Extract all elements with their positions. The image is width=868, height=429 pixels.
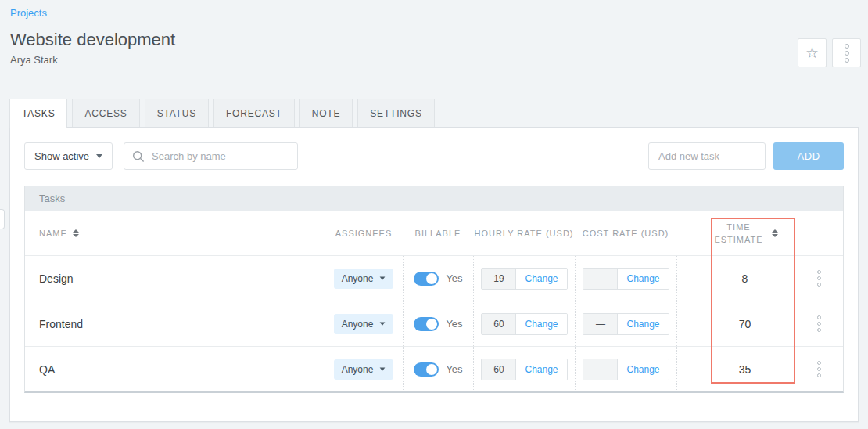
tasks-panel: Show active ADD Tasks NAME ASSIGNEES BIL… <box>9 127 859 422</box>
column-header-assignees: ASSIGNEES <box>325 211 403 255</box>
tab-status[interactable]: STATUS <box>145 99 209 127</box>
hourly-rate-value[interactable]: 19 <box>482 269 516 289</box>
table-row: QA Anyone Yes 60 Change — Ch <box>25 346 843 391</box>
row-menu-button[interactable] <box>794 347 843 391</box>
edge-notch <box>0 209 5 229</box>
page-title: Website development <box>10 30 868 50</box>
tab-forecast[interactable]: FORECAST <box>213 99 295 127</box>
search-icon <box>132 150 145 163</box>
tab-tasks[interactable]: TASKS <box>9 99 67 128</box>
chevron-down-icon <box>380 276 386 279</box>
time-estimate-value: 35 <box>676 347 794 391</box>
search-input[interactable] <box>152 150 289 162</box>
cost-rate-cell: — Change <box>575 347 676 391</box>
add-task-input[interactable] <box>648 142 766 170</box>
project-owner: Arya Stark <box>10 54 868 66</box>
chevron-down-icon <box>380 322 386 325</box>
hourly-rate-change-button[interactable]: Change <box>516 314 566 334</box>
billable-toggle[interactable] <box>414 362 439 377</box>
task-name: Design <box>25 256 325 301</box>
column-header-hourly-rate: HOURLY RATE (USD) <box>473 211 575 255</box>
table-group-header: Tasks <box>25 186 843 211</box>
assignees-cell: Anyone <box>325 347 403 391</box>
tab-access[interactable]: ACCESS <box>72 99 139 127</box>
cost-rate-change-button[interactable]: Change <box>618 359 668 380</box>
billable-toggle[interactable] <box>414 272 439 286</box>
billable-cell: Yes <box>403 256 473 301</box>
sort-icon <box>772 229 778 237</box>
assignees-cell: Anyone <box>325 301 403 346</box>
column-header-name[interactable]: NAME <box>25 211 325 255</box>
add-task-button[interactable]: ADD <box>773 142 844 170</box>
tasks-toolbar: Show active ADD <box>24 142 844 170</box>
cost-rate-value[interactable]: — <box>583 269 618 289</box>
star-icon: ☆ <box>805 45 819 60</box>
billable-toggle[interactable] <box>414 317 439 331</box>
assignees-cell: Anyone <box>325 256 403 301</box>
column-header-time-estimate[interactable]: TIME ESTIMATE <box>676 211 794 255</box>
billable-cell: Yes <box>403 301 473 346</box>
kebab-icon <box>845 44 849 63</box>
project-menu-button[interactable] <box>832 38 861 67</box>
tab-note[interactable]: NOTE <box>299 99 353 127</box>
sort-icon <box>73 229 79 237</box>
chevron-down-icon <box>96 154 102 158</box>
tab-bar: TASKS ACCESS STATUS FORECAST NOTE SETTIN… <box>9 99 868 127</box>
cost-rate-change-button[interactable]: Change <box>618 314 668 334</box>
hourly-rate-change-button[interactable]: Change <box>516 359 566 380</box>
table-row: Frontend Anyone Yes 60 Change — <box>25 301 843 346</box>
toolbar-right: ADD <box>648 142 844 170</box>
kebab-icon <box>817 270 821 287</box>
hourly-rate-cell: 60 Change <box>473 347 575 391</box>
breadcrumb-projects-link[interactable]: Projects <box>10 7 47 19</box>
cost-rate-value[interactable]: — <box>583 359 618 380</box>
show-active-label: Show active <box>34 150 89 162</box>
cost-rate-cell: — Change <box>575 256 676 301</box>
show-active-dropdown[interactable]: Show active <box>24 142 113 170</box>
task-name: Frontend <box>25 301 325 346</box>
header-actions: ☆ <box>798 38 861 67</box>
column-header-cost-rate: COST RATE (USD) <box>575 211 676 255</box>
assignee-dropdown[interactable]: Anyone <box>334 359 394 380</box>
cost-rate-cell: — Change <box>575 301 676 346</box>
time-estimate-value: 8 <box>676 256 794 301</box>
kebab-icon <box>817 361 821 377</box>
tasks-table: Tasks NAME ASSIGNEES BILLABLE HOURLY RAT… <box>24 186 844 393</box>
favorite-button[interactable]: ☆ <box>798 38 827 67</box>
chevron-down-icon <box>380 367 386 370</box>
cost-rate-change-button[interactable]: Change <box>618 269 668 289</box>
hourly-rate-value[interactable]: 60 <box>482 359 516 380</box>
hourly-rate-cell: 60 Change <box>473 301 575 346</box>
table-header-row: NAME ASSIGNEES BILLABLE HOURLY RATE (USD… <box>25 211 843 255</box>
billable-cell: Yes <box>403 347 473 391</box>
assignee-dropdown[interactable]: Anyone <box>334 269 394 289</box>
column-header-actions <box>794 211 843 255</box>
search-box <box>124 142 298 170</box>
row-menu-button[interactable] <box>794 256 843 301</box>
kebab-icon <box>817 315 821 332</box>
time-estimate-value: 70 <box>676 301 794 346</box>
hourly-rate-value[interactable]: 60 <box>482 314 516 334</box>
assignee-dropdown[interactable]: Anyone <box>334 314 394 334</box>
table-row: Design Anyone Yes 19 Change — <box>25 255 843 301</box>
row-menu-button[interactable] <box>794 301 843 346</box>
billable-label: Yes <box>446 272 462 284</box>
billable-label: Yes <box>446 363 462 375</box>
column-header-billable: BILLABLE <box>403 211 473 255</box>
hourly-rate-change-button[interactable]: Change <box>516 269 566 289</box>
task-name: QA <box>25 347 325 391</box>
hourly-rate-cell: 19 Change <box>473 256 575 301</box>
billable-label: Yes <box>446 318 462 330</box>
tab-settings[interactable]: SETTINGS <box>357 99 434 127</box>
cost-rate-value[interactable]: — <box>583 314 618 334</box>
